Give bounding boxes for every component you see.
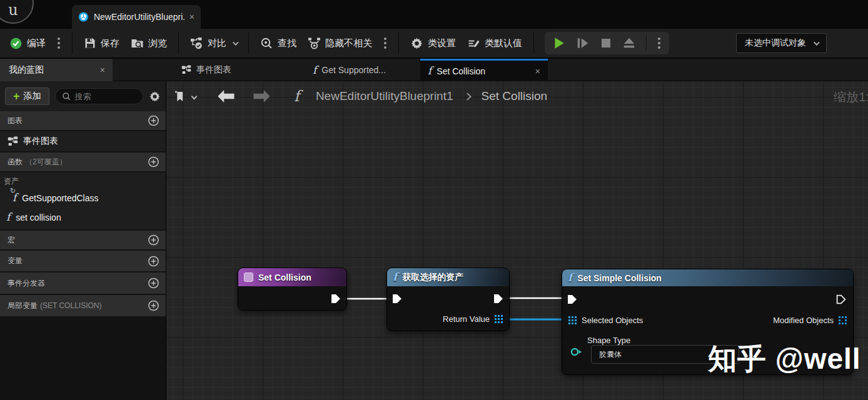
toolbar-divider xyxy=(178,32,179,54)
category-assets[interactable]: 资产 xyxy=(0,174,166,188)
save-icon xyxy=(84,37,96,49)
toolbar-divider xyxy=(533,32,534,54)
function-entry-icon xyxy=(244,272,253,282)
return-value-row: Return Value xyxy=(387,314,509,324)
exec-in-pin[interactable] xyxy=(567,294,577,304)
my-blueprint-panel: + 添加 图表 xyxy=(0,81,166,400)
find-options-icon[interactable] xyxy=(384,42,386,44)
toolbar-divider xyxy=(398,32,399,54)
toolbar-divider xyxy=(248,32,249,54)
asset-window-close-icon[interactable]: × xyxy=(189,12,194,22)
debug-object-dropdown[interactable]: 未选中调试对象 xyxy=(736,33,827,53)
panel-settings-gear-icon[interactable] xyxy=(149,91,161,102)
section-macros[interactable]: 宏 xyxy=(0,231,166,249)
exec-in-pin[interactable] xyxy=(392,294,402,304)
add-variable-icon[interactable] xyxy=(148,255,159,267)
section-graphs[interactable]: 图表 xyxy=(0,111,166,130)
search-input[interactable] xyxy=(75,92,131,101)
diff-icon xyxy=(190,37,203,50)
search-box[interactable] xyxy=(55,88,143,104)
find-button[interactable]: 查找 xyxy=(255,33,302,54)
eject-button[interactable] xyxy=(622,36,636,50)
section-variables[interactable]: 变量 xyxy=(0,251,166,271)
tab-set-collision[interactable]: f Set Collision × xyxy=(420,59,548,81)
function-icon: f xyxy=(428,66,431,76)
class-settings-button[interactable]: 类设置 xyxy=(405,33,462,54)
tab-event-graph[interactable]: 事件图表 xyxy=(174,59,239,81)
gear-icon xyxy=(410,37,423,50)
bookmark-chevron-down-icon[interactable] xyxy=(191,93,198,99)
node-header[interactable]: f 获取选择的资产 xyxy=(387,268,509,286)
compile-options-icon[interactable] xyxy=(58,42,60,44)
tab-my-blueprint[interactable]: 我的蓝图 × xyxy=(0,59,113,81)
save-button[interactable]: 保存 xyxy=(78,33,125,53)
search-icon xyxy=(62,92,71,101)
list-item-get-supported-class[interactable]: ↻ f GetSupportedClass xyxy=(0,188,166,208)
add-function-icon[interactable] xyxy=(148,156,159,168)
unreal-logo-icon[interactable]: u xyxy=(0,0,34,24)
browse-button[interactable]: 浏览 xyxy=(125,33,173,53)
plus-icon: + xyxy=(13,91,20,102)
modified-objects-array-pin[interactable] xyxy=(839,316,847,324)
hide-unrelated-button[interactable]: 隐藏不相关 xyxy=(302,33,378,54)
asset-window-title: NewEditorUtilityBluepri... xyxy=(94,12,184,22)
add-graph-icon[interactable] xyxy=(148,115,159,127)
diff-button[interactable]: 对比 xyxy=(184,33,243,54)
graph-header: f NewEditorUtilityBlueprint1 Set Collisi… xyxy=(166,81,868,111)
node-get-selected-assets[interactable]: f 获取选择的资产 Return Value xyxy=(386,268,510,331)
function-icon: f xyxy=(568,272,572,283)
add-macro-icon[interactable] xyxy=(148,234,159,246)
back-arrow-button[interactable] xyxy=(216,90,236,102)
object-pins-row: Selected Objects Modified Objects xyxy=(562,316,853,325)
bookmark-icon[interactable] xyxy=(175,91,184,102)
add-dispatcher-icon[interactable] xyxy=(148,278,159,289)
compile-button[interactable]: 编译 xyxy=(4,33,51,54)
breadcrumb-current: Set Collision xyxy=(482,89,548,103)
play-button[interactable] xyxy=(552,36,566,50)
add-button[interactable]: + 添加 xyxy=(5,88,49,105)
exec-out-pin[interactable] xyxy=(331,294,341,304)
compile-check-icon xyxy=(9,37,23,50)
functions-list: 资产 ↻ f GetSupportedClass f set collision xyxy=(0,172,166,229)
add-local-variable-icon[interactable] xyxy=(148,300,159,312)
event-graph-icon xyxy=(181,65,191,75)
node-set-collision-entry[interactable]: Set Collision xyxy=(238,268,347,311)
node-header[interactable]: f Set Simple Collision xyxy=(562,269,853,286)
asset-window-tab[interactable]: NewEditorUtilityBluepri... × xyxy=(72,5,201,29)
function-icon: f xyxy=(313,65,316,76)
functions-override-count: （2可覆盖） xyxy=(25,157,67,168)
play-group-divider xyxy=(646,35,647,51)
breadcrumb-chevron-icon xyxy=(463,92,472,101)
blueprint-asset-icon xyxy=(78,11,89,22)
section-local-variables[interactable]: 局部变量 (SET COLLISION) xyxy=(0,295,166,316)
panel-toolbar: + 添加 xyxy=(0,81,166,111)
frame-skip-button[interactable] xyxy=(576,36,590,50)
watermark: 知乎 @well xyxy=(708,340,861,379)
class-defaults-button[interactable]: 类默认值 xyxy=(462,33,528,54)
section-event-dispatchers[interactable]: 事件分发器 xyxy=(0,272,166,294)
function-icon: f xyxy=(294,89,300,104)
event-graph-icon xyxy=(8,136,18,147)
forward-arrow-button[interactable] xyxy=(251,90,271,102)
shape-type-enum-pin[interactable] xyxy=(570,348,583,356)
list-item-set-collision[interactable]: f set collision xyxy=(0,208,166,227)
list-item-event-graph[interactable]: 事件图表 xyxy=(0,131,166,151)
browse-folder-icon xyxy=(131,37,144,49)
blueprint-graph-canvas[interactable]: f NewEditorUtilityBlueprint1 Set Collisi… xyxy=(166,81,868,400)
function-icon: f xyxy=(6,212,10,222)
breadcrumb-root[interactable]: NewEditorUtilityBlueprint1 xyxy=(316,89,453,103)
return-value-array-pin[interactable] xyxy=(495,315,503,323)
play-options-icon[interactable] xyxy=(658,42,660,44)
exec-out-pin[interactable] xyxy=(493,294,503,304)
set-collision-tab-close-icon[interactable]: × xyxy=(535,66,540,76)
toolbar-divider xyxy=(72,32,73,54)
selected-objects-array-pin[interactable] xyxy=(568,316,577,324)
shape-type-label: Shape Type xyxy=(587,336,630,345)
section-functions[interactable]: 函数 （2可覆盖） xyxy=(0,152,166,171)
class-defaults-icon xyxy=(467,37,480,50)
exec-out-pin[interactable] xyxy=(836,294,846,304)
tab-get-supported[interactable]: f Get Supported... xyxy=(305,59,393,81)
my-blueprint-close-icon[interactable]: × xyxy=(100,65,105,75)
stop-button[interactable] xyxy=(600,37,612,49)
node-header[interactable]: Set Collision xyxy=(238,268,346,286)
